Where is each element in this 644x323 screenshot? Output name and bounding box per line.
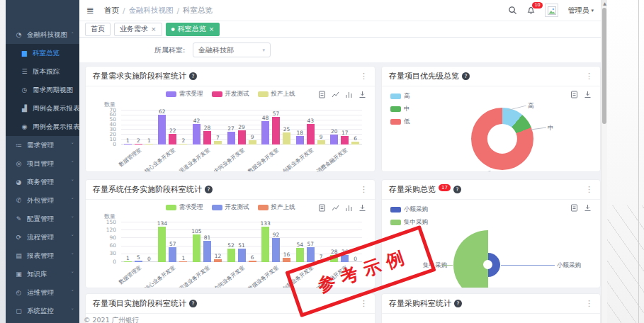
legend-item[interactable]: 小额采购	[390, 205, 428, 214]
bar-column[interactable]: 57	[271, 110, 281, 144]
legend-item[interactable]: 中	[390, 105, 410, 113]
sidebar-item-0[interactable]: ◔金融科技视图˄	[6, 26, 79, 44]
bar-column[interactable]: 51	[237, 242, 247, 262]
bar-column[interactable]: 7	[213, 135, 222, 144]
download-icon[interactable]	[358, 91, 366, 98]
bar-column[interactable]: 27	[227, 125, 236, 145]
bar-column[interactable]: 9	[248, 134, 257, 144]
legend-item[interactable]: 投产上线	[258, 203, 295, 212]
legend-item[interactable]: 集中采购	[390, 218, 428, 227]
bar-column[interactable]: 2	[179, 137, 188, 145]
bar-column[interactable]: 57	[168, 241, 177, 262]
bar-column[interactable]: 81	[203, 234, 212, 262]
bar-column[interactable]: 9	[317, 134, 326, 144]
data-view-icon[interactable]	[318, 204, 326, 212]
kebab-menu-icon[interactable]: ⋮	[585, 185, 593, 194]
bar-column[interactable]: 6	[351, 135, 360, 144]
bar-column[interactable]: 12	[213, 253, 222, 262]
rose-slice-centralized[interactable]	[453, 230, 488, 288]
bar-chart-toggle-icon[interactable]	[345, 204, 353, 212]
help-icon[interactable]: ?	[189, 72, 197, 80]
bar-column[interactable]: 18	[295, 130, 305, 144]
bar-column[interactable]: 48	[261, 115, 270, 144]
bar-column[interactable]: 1	[145, 137, 154, 145]
bar-column[interactable]: 22	[168, 128, 177, 144]
close-icon[interactable]: ×	[209, 26, 215, 33]
notification-bell-icon[interactable]: 10	[526, 6, 536, 15]
help-icon[interactable]: ?	[454, 300, 462, 307]
sidebar-item-14[interactable]: ◴运维管理˅	[6, 283, 79, 302]
bar[interactable]	[193, 234, 200, 262]
sidebar-item-4[interactable]: ▟周例会展示报表-项目	[6, 99, 79, 118]
download-icon[interactable]	[584, 204, 592, 212]
bar-column[interactable]: 1	[179, 255, 188, 263]
sidebar-item-3[interactable]: ◷需求周期视图	[6, 81, 79, 99]
data-view-icon[interactable]	[318, 91, 326, 98]
bar-column[interactable]: 1	[123, 137, 132, 145]
legend-item[interactable]: 开发测试	[212, 203, 249, 212]
bar[interactable]	[227, 249, 235, 262]
bar-column[interactable]: 2	[134, 137, 143, 145]
download-icon[interactable]	[358, 204, 366, 212]
bar-column[interactable]: 43	[306, 118, 315, 144]
bar[interactable]	[203, 241, 211, 262]
bar[interactable]	[307, 124, 315, 144]
legend-item[interactable]: 低	[390, 118, 410, 126]
help-icon[interactable]: ?	[189, 300, 197, 307]
kebab-menu-icon[interactable]: ⋮	[360, 185, 368, 194]
bar-column[interactable]: 0	[145, 256, 154, 262]
legend-item[interactable]: 投产上线	[258, 90, 295, 98]
sidebar-collapse-icon[interactable]: ≣	[86, 5, 94, 16]
bar-column[interactable]: 57	[306, 241, 315, 262]
legend-item[interactable]: 需求受理	[166, 90, 203, 98]
bar-column[interactable]: 54	[295, 242, 305, 262]
scrollbar-thumb[interactable]	[602, 8, 606, 124]
legend-item[interactable]: 需求受理	[166, 203, 203, 212]
close-icon[interactable]: ×	[151, 26, 157, 33]
bar-column[interactable]: 20	[329, 128, 339, 144]
bar[interactable]	[341, 136, 349, 144]
bar[interactable]	[296, 248, 304, 262]
bar-column[interactable]: 52	[227, 242, 236, 262]
help-icon[interactable]: ?	[453, 186, 461, 193]
sidebar-item-8[interactable]: ◕商务管理˅	[6, 173, 79, 191]
sidebar-item-16[interactable]: ⚙系统管理˅	[6, 320, 79, 323]
line-chart-toggle-icon[interactable]	[332, 204, 339, 212]
kebab-menu-icon[interactable]: ⋮	[585, 299, 593, 308]
bar-column[interactable]: 17	[340, 130, 349, 144]
bar-column[interactable]: 5	[134, 254, 143, 262]
bar[interactable]	[283, 132, 290, 144]
bar[interactable]	[272, 117, 280, 144]
bar[interactable]	[169, 134, 176, 144]
bar-column[interactable]: 62	[157, 108, 166, 145]
kebab-menu-icon[interactable]: ⋮	[360, 299, 368, 308]
donut-chart[interactable]	[471, 108, 533, 170]
bar[interactable]	[296, 136, 304, 144]
tab-1[interactable]: 业务需求×	[114, 23, 162, 36]
bar-column[interactable]: 105	[192, 228, 201, 262]
sidebar-item-9[interactable]: ✆外包管理˅	[6, 191, 79, 210]
bar-column[interactable]: 133	[261, 220, 270, 262]
kebab-menu-icon[interactable]: ⋮	[360, 72, 368, 81]
bar-column[interactable]: 42	[192, 118, 201, 144]
data-view-icon[interactable]	[570, 91, 578, 98]
bar[interactable]	[261, 227, 269, 262]
bar[interactable]	[227, 132, 235, 145]
bar-column[interactable]: 92	[271, 232, 281, 262]
department-select[interactable]: 金融科技部 ▾	[193, 42, 271, 57]
sidebar-item-6[interactable]: ≔需求管理˅	[6, 136, 79, 154]
bar[interactable]	[330, 135, 338, 144]
help-icon[interactable]: ?	[205, 186, 213, 193]
bar[interactable]	[238, 130, 246, 144]
download-icon[interactable]	[584, 91, 592, 98]
bar-column[interactable]: 28	[203, 125, 212, 144]
help-icon[interactable]: ?	[462, 72, 470, 80]
bar-column[interactable]: 29	[237, 124, 247, 144]
bar-column[interactable]: 6	[248, 254, 257, 262]
bar-column[interactable]: 25	[282, 126, 291, 144]
sidebar-item-10[interactable]: ✎配置管理˅	[6, 210, 79, 228]
bar[interactable]	[193, 124, 200, 144]
avatar[interactable]	[545, 4, 558, 17]
bar[interactable]	[272, 238, 280, 262]
sidebar-item-7[interactable]: ◎项目管理˅	[6, 154, 79, 173]
